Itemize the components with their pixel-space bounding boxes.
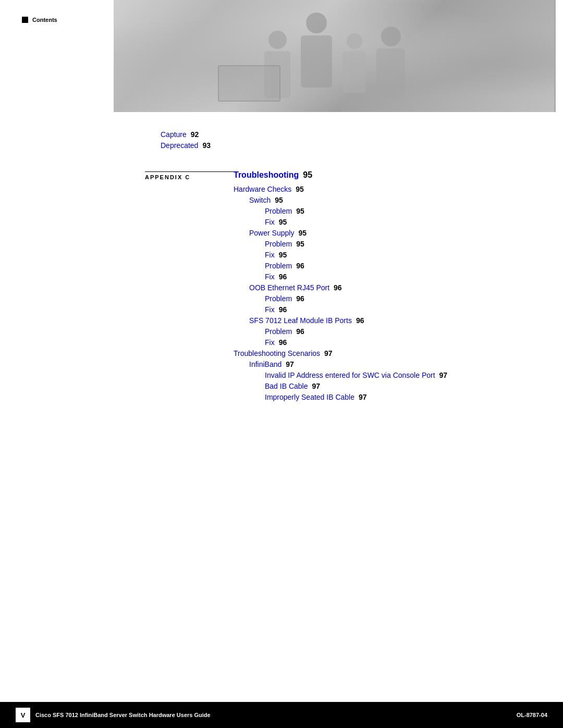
toc-row: Problem96 bbox=[265, 294, 532, 303]
toc-row: Fix95 bbox=[265, 251, 532, 259]
capture-entry: Capture 92 bbox=[161, 130, 532, 139]
main-content: Capture 92 Deprecated 93 APPENDIX C Trou… bbox=[114, 120, 563, 456]
toc-link[interactable]: Improperly Seated IB Cable bbox=[265, 393, 354, 401]
toc-link[interactable]: Problem bbox=[265, 327, 292, 336]
troubleshooting-title-page: 95 bbox=[303, 170, 312, 180]
deprecated-page: 93 bbox=[202, 141, 211, 150]
toc-row: Problem96 bbox=[265, 327, 532, 336]
toc-row: Problem96 bbox=[265, 262, 532, 270]
toc-link[interactable]: Switch bbox=[249, 196, 271, 204]
footer: V Cisco SFS 7012 InfiniBand Server Switc… bbox=[0, 702, 563, 728]
toc-page: 96 bbox=[334, 283, 342, 292]
toc-page: 95 bbox=[275, 196, 283, 204]
page-number: V bbox=[21, 711, 26, 719]
contents-label[interactable]: Contents bbox=[22, 17, 57, 23]
toc-page: 95 bbox=[296, 185, 304, 193]
toc-link[interactable]: Bad IB Cable bbox=[265, 382, 308, 390]
toc-row: Troubleshooting Scenarios97 bbox=[234, 349, 532, 357]
toc-page: 95 bbox=[298, 229, 307, 237]
deprecated-link[interactable]: Deprecated bbox=[161, 141, 198, 150]
footer-doc-number: OL-8787-04 bbox=[517, 712, 547, 718]
toc-link[interactable]: Fix bbox=[265, 218, 275, 226]
toc-page: 96 bbox=[296, 294, 304, 303]
toc-page: 97 bbox=[359, 393, 367, 401]
toc-row: Power Supply95 bbox=[249, 229, 532, 237]
toc-row: Switch95 bbox=[249, 196, 532, 204]
toc-page: 97 bbox=[286, 360, 294, 368]
toc-row: Fix96 bbox=[265, 273, 532, 281]
toc-row: InfiniBand97 bbox=[249, 360, 532, 368]
toc-items-container: Hardware Checks95Switch95Problem95Fix95P… bbox=[234, 185, 532, 401]
toc-row: Invalid IP Address entered for SWC via C… bbox=[265, 371, 532, 379]
toc-link[interactable]: Power Supply bbox=[249, 229, 294, 237]
toc-link[interactable]: Fix bbox=[265, 305, 275, 314]
toc-page: 96 bbox=[296, 262, 304, 270]
header-image bbox=[114, 0, 556, 112]
appendix-label-col: APPENDIX C bbox=[145, 170, 234, 180]
toc-page: 95 bbox=[279, 251, 287, 259]
toc-page: 96 bbox=[279, 305, 287, 314]
toc-page: 96 bbox=[279, 338, 287, 347]
toc-row: Problem95 bbox=[265, 207, 532, 215]
toc-link[interactable]: Problem bbox=[265, 262, 292, 270]
header-border bbox=[554, 0, 556, 112]
toc-page: 97 bbox=[312, 382, 321, 390]
toc-row: Fix96 bbox=[265, 305, 532, 314]
top-entries: Capture 92 Deprecated 93 bbox=[145, 130, 532, 150]
footer-title: Cisco SFS 7012 InfiniBand Server Switch … bbox=[35, 712, 211, 718]
toc-link[interactable]: Fix bbox=[265, 338, 275, 347]
contents-text: Contents bbox=[32, 17, 57, 23]
capture-link[interactable]: Capture bbox=[161, 130, 187, 139]
toc-row: Hardware Checks95 bbox=[234, 185, 532, 193]
toc-page: 95 bbox=[279, 218, 287, 226]
toc-link[interactable]: InfiniBand bbox=[249, 360, 282, 368]
toc-row: Bad IB Cable97 bbox=[265, 382, 532, 390]
toc-page: 96 bbox=[296, 327, 304, 336]
toc-row: OOB Ethernet RJ45 Port96 bbox=[249, 283, 532, 292]
toc-page: 95 bbox=[296, 207, 304, 215]
toc-link[interactable]: OOB Ethernet RJ45 Port bbox=[249, 283, 329, 292]
toc-page: 97 bbox=[439, 371, 448, 379]
toc-row: Problem95 bbox=[265, 240, 532, 248]
appendix-content: Troubleshooting 95 Hardware Checks95Swit… bbox=[234, 170, 532, 404]
toc-page: 97 bbox=[324, 349, 333, 357]
appendix-c-section: APPENDIX C Troubleshooting 95 Hardware C… bbox=[145, 170, 532, 404]
toc-link[interactable]: Problem bbox=[265, 207, 292, 215]
toc-page: 96 bbox=[356, 316, 364, 325]
toc-page: 95 bbox=[296, 240, 304, 248]
toc-row: Fix96 bbox=[265, 338, 532, 347]
deprecated-entry: Deprecated 93 bbox=[161, 141, 532, 150]
toc-row: Improperly Seated IB Cable97 bbox=[265, 393, 532, 401]
toc-link[interactable]: Troubleshooting Scenarios bbox=[234, 349, 320, 357]
appendix-title-row: Troubleshooting 95 bbox=[234, 170, 532, 180]
appendix-label: APPENDIX C bbox=[145, 171, 234, 180]
toc-row: Fix95 bbox=[265, 218, 532, 226]
toc-link[interactable]: Invalid IP Address entered for SWC via C… bbox=[265, 371, 435, 379]
toc-link[interactable]: Problem bbox=[265, 294, 292, 303]
toc-link[interactable]: Fix bbox=[265, 273, 275, 281]
toc-page: 96 bbox=[279, 273, 287, 281]
toc-link[interactable]: Fix bbox=[265, 251, 275, 259]
toc-link[interactable]: Hardware Checks bbox=[234, 185, 291, 193]
contents-icon bbox=[22, 17, 28, 23]
toc-link[interactable]: Problem bbox=[265, 240, 292, 248]
troubleshooting-title-link[interactable]: Troubleshooting bbox=[234, 170, 299, 180]
capture-page: 92 bbox=[191, 130, 199, 139]
footer-left: V Cisco SFS 7012 InfiniBand Server Switc… bbox=[16, 708, 211, 722]
toc-link[interactable]: SFS 7012 Leaf Module IB Ports bbox=[249, 316, 352, 325]
toc-row: SFS 7012 Leaf Module IB Ports96 bbox=[249, 316, 532, 325]
page-number-box: V bbox=[16, 708, 30, 722]
sidebar: Contents bbox=[0, 0, 114, 728]
header-overlay bbox=[114, 0, 556, 112]
